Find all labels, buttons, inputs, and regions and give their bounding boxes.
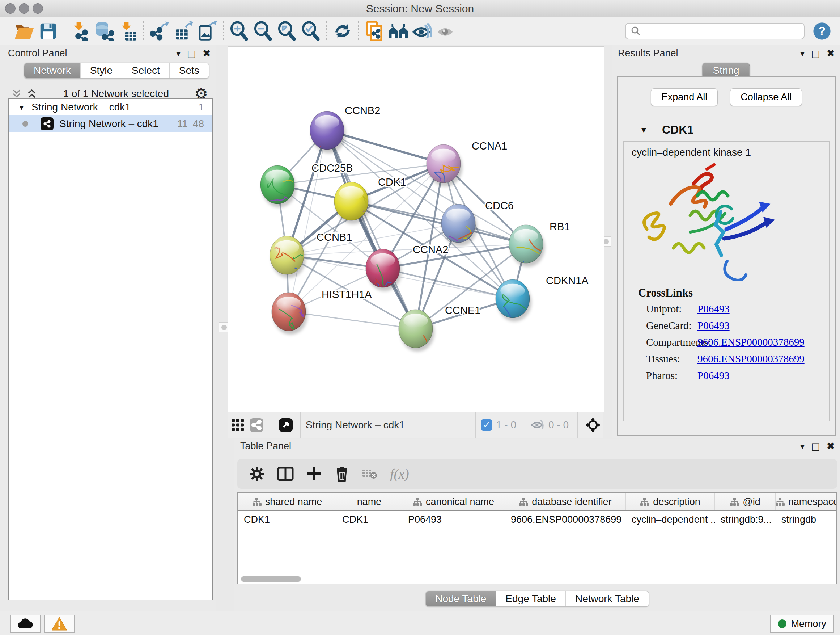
maximize-panel-icon[interactable]: □ bbox=[187, 48, 196, 59]
import-network-database-icon[interactable] bbox=[92, 19, 116, 43]
import-network-file-icon[interactable] bbox=[68, 19, 92, 43]
delete-column-icon[interactable] bbox=[334, 466, 349, 482]
window-title: Session: New Session bbox=[0, 3, 840, 15]
float-panel-icon[interactable]: ▾ bbox=[800, 441, 805, 451]
network-type-icon bbox=[41, 117, 54, 130]
add-column-icon[interactable] bbox=[306, 466, 322, 482]
table-cell[interactable]: stringdb:9... bbox=[715, 511, 775, 528]
column-header-name[interactable]: name bbox=[336, 493, 402, 510]
tab-edge-table[interactable]: Edge Table bbox=[496, 591, 565, 606]
table-cell[interactable]: CDK1 bbox=[336, 511, 402, 528]
export-network-icon[interactable] bbox=[148, 19, 172, 43]
close-panel-icon[interactable]: ✖ bbox=[827, 440, 835, 452]
network-row[interactable]: String Network – cdk1 11 48 bbox=[9, 116, 212, 132]
control-panel-tabs: Network Style Select Sets bbox=[24, 63, 209, 79]
selected-nodes-checkbox[interactable]: ✓ bbox=[481, 419, 493, 431]
column-header-namespace[interactable]: namespace bbox=[775, 493, 837, 510]
protein-expander-icon[interactable]: ▾ bbox=[641, 124, 646, 135]
column-type-icon bbox=[640, 497, 649, 506]
show-all-icon[interactable] bbox=[434, 19, 458, 43]
node-label-HIST1H1A: HIST1H1A bbox=[322, 288, 372, 300]
network-overview-icon[interactable] bbox=[247, 413, 266, 437]
column-header--id[interactable]: @id bbox=[715, 493, 775, 510]
column-header-canonical-name[interactable]: canonical name bbox=[402, 493, 505, 510]
tab-select[interactable]: Select bbox=[122, 63, 169, 78]
table-horizontal-scrollbar[interactable] bbox=[241, 576, 301, 582]
tab-network[interactable]: Network bbox=[24, 63, 80, 78]
table-cell[interactable]: 9606.ENSP00000378699 bbox=[505, 511, 626, 528]
network-canvas[interactable]: CCNB2CCNA1CDC25BCDK1CDC6RB1CCNB1CCNA2CDK… bbox=[228, 46, 604, 412]
column-type-icon bbox=[413, 497, 422, 506]
apply-layout-icon[interactable] bbox=[331, 19, 355, 43]
main-toolbar: ? bbox=[0, 17, 840, 45]
node-HIST1H1A[interactable] bbox=[272, 293, 331, 368]
node-CDKN1A[interactable] bbox=[496, 279, 559, 350]
crosslink-link[interactable]: 9606.ENSP00000378699 bbox=[698, 353, 805, 364]
table-settings-gear-icon[interactable] bbox=[249, 466, 265, 482]
collapse-all-button[interactable]: Collapse All bbox=[730, 88, 802, 106]
tab-network-table[interactable]: Network Table bbox=[565, 591, 649, 606]
maximize-panel-icon[interactable]: □ bbox=[811, 441, 820, 452]
table-cell[interactable]: cyclin–dependent ... bbox=[626, 511, 715, 528]
delete-table-icon[interactable] bbox=[362, 467, 378, 480]
table-cell[interactable]: P06493 bbox=[402, 511, 505, 528]
zoom-selected-icon[interactable] bbox=[299, 19, 323, 43]
status-bar: Memory bbox=[0, 611, 840, 635]
float-panel-icon[interactable]: ▾ bbox=[800, 49, 805, 59]
pan-crosshair-icon[interactable] bbox=[583, 413, 603, 437]
cloud-status-button[interactable] bbox=[10, 615, 41, 633]
crosslink-link[interactable]: P06493 bbox=[698, 320, 729, 331]
crosslink-label: Compartments: bbox=[646, 336, 698, 348]
column-header-database-identifier[interactable]: database identifier bbox=[505, 493, 626, 510]
column-header-shared-name[interactable]: shared name bbox=[238, 493, 336, 510]
open-session-icon[interactable] bbox=[12, 19, 36, 43]
float-panel-icon[interactable]: ▾ bbox=[176, 49, 180, 59]
cloud-icon bbox=[17, 618, 33, 630]
crosslink-value: P06493 bbox=[698, 320, 829, 332]
close-panel-icon[interactable]: ✖ bbox=[202, 48, 211, 59]
tab-sets[interactable]: Sets bbox=[169, 63, 209, 78]
crosslink-value: P06493 bbox=[698, 303, 829, 315]
zoom-out-icon[interactable] bbox=[251, 19, 275, 43]
network-node-count: 11 bbox=[177, 118, 188, 130]
search-input[interactable] bbox=[641, 25, 799, 37]
crosslink-value: 9606.ENSP00000378699 bbox=[698, 336, 829, 348]
expand-all-button[interactable]: Expand All bbox=[651, 88, 718, 106]
table-cell[interactable]: stringdb bbox=[775, 511, 837, 528]
function-builder-icon[interactable]: f(x) bbox=[390, 466, 409, 482]
tab-node-table[interactable]: Node Table bbox=[426, 591, 496, 606]
edge-HIST1H1A-CCNE1[interactable] bbox=[289, 312, 416, 329]
export-table-icon[interactable] bbox=[172, 19, 195, 43]
import-table-icon[interactable] bbox=[116, 19, 140, 43]
zoom-fit-icon[interactable] bbox=[275, 19, 299, 43]
first-neighbors-icon[interactable] bbox=[386, 19, 410, 43]
crosslink-link[interactable]: P06493 bbox=[698, 303, 729, 315]
close-panel-icon[interactable]: ✖ bbox=[827, 48, 835, 59]
table-panel-title: Table Panel bbox=[240, 440, 291, 452]
export-image-icon[interactable] bbox=[195, 19, 219, 43]
maximize-panel-icon[interactable]: □ bbox=[811, 48, 820, 59]
edge-CCNB2-HIST1H1A[interactable] bbox=[289, 130, 327, 312]
memory-button[interactable]: Memory bbox=[770, 615, 834, 633]
save-session-icon[interactable] bbox=[36, 19, 60, 43]
left-splitter-handle[interactable] bbox=[219, 322, 229, 333]
network-collection-row[interactable]: ▾ String Network – cdk1 1 bbox=[9, 99, 212, 116]
new-network-from-selection-icon[interactable] bbox=[363, 19, 386, 43]
collection-expander-icon[interactable]: ▾ bbox=[19, 103, 24, 112]
help-icon[interactable]: ? bbox=[813, 22, 831, 41]
birds-eye-view-icon[interactable] bbox=[228, 413, 247, 437]
crosslink-link[interactable]: 9606.ENSP00000378699 bbox=[698, 336, 805, 348]
hide-selected-icon[interactable] bbox=[410, 19, 434, 43]
crosslink-link[interactable]: P06493 bbox=[698, 370, 729, 381]
export-view-icon[interactable] bbox=[276, 413, 295, 437]
tab-style[interactable]: Style bbox=[80, 63, 122, 78]
column-header-description[interactable]: description bbox=[626, 493, 715, 510]
table-row[interactable]: CDK1CDK1P064939606.ENSP00000378699cyclin… bbox=[238, 511, 836, 528]
zoom-in-icon[interactable] bbox=[227, 19, 251, 43]
node-CCNE1[interactable] bbox=[399, 310, 454, 382]
protein-section: ▾ CDK1 cyclin–dependent kinase 1 bbox=[621, 119, 832, 432]
warnings-button[interactable] bbox=[44, 615, 74, 633]
column-type-icon bbox=[775, 497, 785, 506]
show-column-panel-icon[interactable] bbox=[277, 466, 294, 482]
table-cell[interactable]: CDK1 bbox=[238, 511, 336, 528]
